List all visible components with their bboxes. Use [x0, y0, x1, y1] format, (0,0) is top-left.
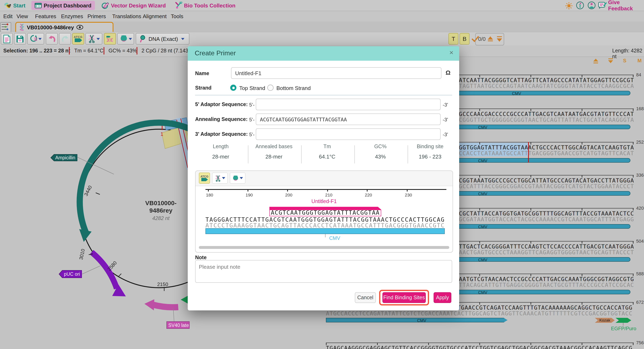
menu-view[interactable]: View — [16, 13, 28, 20]
position-label: 504 — [636, 239, 644, 243]
jump-top-icon[interactable] — [593, 58, 598, 64]
prev-match-icon[interactable] — [487, 36, 494, 43]
panel-lines-icon — [1, 23, 10, 31]
info-icon[interactable] — [576, 1, 584, 10]
annealing-input[interactable] — [256, 114, 440, 125]
top-strand-sequence[interactable]: ATCAATTACGGGGTCATTAGTTCATAGCCCATATATGGAG… — [459, 78, 634, 83]
theme-sun-icon[interactable] — [565, 2, 573, 10]
jump-bottom-icon[interactable] — [608, 58, 614, 64]
wizard-pen-icon — [102, 2, 109, 9]
feature-bar-label: Kozak — [600, 318, 610, 322]
user-account-icon[interactable] — [588, 1, 596, 10]
nav-project-dashboard[interactable]: Project Dashboard — [31, 1, 95, 10]
feature-arc-puc-ori[interactable] — [92, 252, 117, 288]
adaptor3-input[interactable] — [256, 128, 440, 140]
feature-bar-egfp-puro[interactable] — [616, 318, 631, 323]
panel-tool-s[interactable]: S — [623, 58, 626, 64]
viewer-horizontal-scrollbar[interactable] — [199, 246, 449, 249]
menu-primers[interactable]: Primers — [88, 13, 106, 20]
nav-start[interactable]: Start — [3, 0, 25, 11]
bottom-strand-sequence[interactable]: CCACCTCATAAATGCCATTTGACGGGTGAACCGTCATGTA… — [459, 151, 634, 156]
bottom-strand-button[interactable]: B — [460, 33, 470, 45]
top-strand-sequence[interactable]: TGAGCAAGGGCGAGGAGCTGTTCACCGGGGTGGTGCCCAT… — [326, 345, 632, 349]
bee-icon — [3, 2, 12, 9]
map-view-button[interactable] — [27, 33, 44, 45]
feature-bar-cmv[interactable]: CMV — [326, 318, 508, 322]
viewer-digest-button[interactable] — [212, 173, 228, 184]
feature-arc-sv40-late[interactable] — [153, 305, 178, 307]
bottom-strand-sequence[interactable]: TTACAGCATTGTTGAGGCGGGGTAACTGCGTTTACCCGCC… — [459, 282, 634, 288]
viewer-enzyme-button[interactable] — [230, 173, 246, 184]
dialog-header: Create Primer × — [188, 46, 459, 61]
top-strand-button[interactable]: T — [448, 33, 458, 45]
document-tab[interactable]: VB010000-9486rey — [15, 22, 114, 32]
bottom-strand-sequence[interactable]: CGGGTTGCTGGGGGCGGGTAACTGCAGTTATTACTGCATA… — [459, 117, 634, 123]
nav-vector-design-wizard[interactable]: Vector Design Wizard — [102, 0, 166, 11]
position-label: 336 — [636, 173, 644, 177]
feedback-icon[interactable] — [598, 1, 607, 10]
search-mode-select[interactable]: DNA (Exact) — [136, 33, 189, 45]
position-label: 420 — [636, 206, 644, 210]
bottom-strand-sequence[interactable]: TAGTTAATGCCCCAGTAATCAAGTATCGGGTATATACCTC… — [459, 83, 634, 89]
top-strand-sequence[interactable]: GCCCAACGACCCCCGCCCATTGACGTCAATAATGACGTAT… — [459, 111, 634, 117]
viewer-feature-bar-cmv[interactable] — [206, 228, 445, 234]
visibility-eye-icon[interactable] — [76, 25, 83, 30]
bottom-strand-radio[interactable] — [267, 85, 274, 91]
menu-features[interactable]: Features — [35, 13, 56, 20]
sidebar-toggle-button[interactable] — [0, 22, 11, 32]
feature-label-egfp-puro: EGFP/Puro — [611, 326, 636, 331]
menu-edit[interactable]: Edit — [3, 13, 12, 20]
top-strand-sequence[interactable]: AATGTCGTAACAACTCCGCCCCATTGACGCAAATGGGCGG… — [459, 276, 634, 282]
top-strand-sequence[interactable]: CGCTATTACCATGGTGATGCGGTTTTGGCAGTTTACCGTA… — [459, 211, 634, 216]
bottom-strand-sequence[interactable]: AACTGAGTGCCCCTAAAGGTTCAGAGGTGGGGTAACTGCA… — [459, 250, 634, 255]
redo-button[interactable] — [59, 33, 71, 45]
annealing-label: Annealing Sequence: — [195, 116, 248, 122]
cancel-button[interactable]: Cancel — [355, 292, 376, 303]
feature-bar-kozak[interactable]: Kozak — [595, 318, 615, 323]
five-prime-mark: 5'- — [249, 117, 254, 123]
feature-bar-label: CMV — [512, 91, 521, 96]
viewer-sequence-button[interactable]: ATCG — [199, 173, 210, 184]
menu-alignment[interactable]: Alignment — [143, 13, 167, 20]
plasmid-map-icon — [30, 35, 37, 43]
position-label: 588 — [636, 271, 644, 276]
annotate-button[interactable] — [104, 33, 116, 45]
bottom-strand-option[interactable]: Bottom Strand — [276, 85, 311, 91]
sequence-view-button[interactable]: ATCG — [72, 33, 84, 45]
enzyme-icon — [120, 35, 128, 43]
close-icon[interactable]: × — [449, 49, 454, 57]
atcg-glyph: ATCG — [74, 36, 83, 38]
name-input[interactable] — [231, 67, 442, 79]
status-divider — [104, 47, 104, 55]
bottom-strand-sequence[interactable]: ATGCCACCCTCCAGATATATTCGTCTCGACCAAATCACTT… — [326, 311, 632, 316]
undo-button[interactable] — [46, 33, 58, 45]
menu-enzymes[interactable]: Enzymes — [61, 13, 83, 20]
top-strand-sequence[interactable]: TTGACTCACGGGGATTTCCAAGTCTCCACCCCATTGACGT… — [459, 244, 634, 249]
feature-bar-label: CMV — [478, 257, 487, 262]
top-strand-sequence[interactable]: CGGTAAATGGCCCGCCTGGCATTATGCCCAGTACATGACC… — [459, 178, 634, 183]
give-feedback-link[interactable]: Give Feedback — [608, 0, 644, 11]
menu-tools[interactable]: Tools — [171, 13, 184, 20]
bottom-strand-sequence[interactable]: GCGATAATGGTACCACTACGCCAAAACCGTCAAATGGCAT… — [459, 217, 634, 222]
save-button[interactable] — [14, 33, 26, 45]
digest-button[interactable] — [86, 33, 102, 45]
menu-translations[interactable]: Translations — [112, 13, 141, 20]
enzyme-button[interactable] — [117, 33, 134, 45]
top-strand-sequence[interactable]: GGTGGAGTATTTACGGTAAACTGCCCACTTGGCAGTACAT… — [459, 145, 634, 150]
viewer-top-strand[interactable]: TAGGGACTTTCCATTGACGTCAATGGGTGGAGTATTTACG… — [206, 217, 445, 222]
adaptor5-input[interactable] — [256, 99, 440, 110]
note-input[interactable] — [195, 260, 452, 283]
top-strand-label: T — [452, 36, 455, 42]
omega-symbols-button[interactable]: Ω — [446, 69, 450, 76]
primer-sequence-box[interactable]: ACGTCAATGGGTGGAGTATTTACGGTAA — [270, 210, 381, 216]
report-button[interactable] — [1, 33, 13, 45]
apply-button[interactable]: Apply — [434, 292, 451, 303]
viewer-bottom-strand[interactable]: ATCCCTGAAAGGTAACTGCAGTTACCCACCTCATAAATGC… — [206, 222, 445, 228]
document-tab-strip: VB010000-9486rey — [0, 22, 644, 32]
top-strand-radio[interactable] — [230, 85, 236, 91]
next-match-icon[interactable] — [496, 36, 502, 43]
top-strand-option[interactable]: Top Strand — [239, 85, 265, 91]
panel-tool-m[interactable]: M — [638, 58, 642, 64]
nav-bio-tools-collection[interactable]: Bio Tools Collection — [174, 0, 235, 11]
bottom-strand-sequence[interactable]: GCCATTTACCGGGCGGACCGTAATACGGGTCATGTACTGG… — [459, 184, 634, 189]
